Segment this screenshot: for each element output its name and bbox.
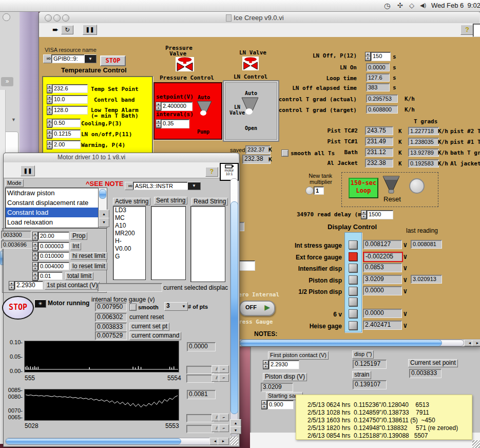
mode-option-withdraw[interactable]: Withdraw piston bbox=[6, 188, 98, 198]
first-contact-field[interactable]: 2.2930 bbox=[14, 281, 43, 290]
current-temp-unit: K bbox=[268, 156, 272, 163]
mode-scroll-thumb[interactable] bbox=[99, 189, 106, 199]
ln-off-stepper[interactable]: ▲▼ bbox=[365, 52, 371, 61]
stop-button[interactable]: STOP bbox=[100, 55, 126, 66]
num-pts-dropdown[interactable]: 3 ▼ bbox=[164, 302, 188, 311]
new-tank-label2: multiplier bbox=[304, 179, 332, 185]
bath-suffix: bath T gr bbox=[450, 150, 480, 156]
g2-cursor-move-button[interactable]: ⌐ bbox=[219, 414, 229, 421]
run-icon[interactable]: ➨ bbox=[52, 25, 59, 34]
menu-clock[interactable]: Wed Feb 6 9:02:04 bbox=[431, 2, 480, 9]
motor-h-scroll-thumb[interactable] bbox=[6, 438, 181, 444]
pump-valve-knob[interactable] bbox=[197, 101, 212, 116]
motor-pause-button[interactable]: ❚❚ bbox=[21, 165, 35, 176]
int-stepper[interactable]: ▲▼ bbox=[32, 242, 38, 251]
warming-field[interactable]: 2.00 bbox=[52, 140, 81, 149]
zero-internal-switch[interactable]: OFF ▶ bbox=[239, 301, 275, 316]
mode-option-load-relax[interactable]: Load relaxation bbox=[6, 217, 98, 227]
total-limit-field[interactable]: 0.01 bbox=[38, 272, 63, 280]
pause-button[interactable]: ❚❚ bbox=[83, 25, 97, 35]
setpoint-field[interactable]: 2.400000 bbox=[161, 102, 193, 111]
motor-v-scroll-thumb[interactable] bbox=[231, 201, 238, 414]
close-button[interactable] bbox=[45, 14, 52, 22]
intensifier-value: 0.0853 bbox=[363, 263, 402, 272]
battery-icon[interactable]: ◇ bbox=[409, 2, 414, 9]
current-command-value: 0.007529 bbox=[95, 331, 127, 340]
ln-elapsed-value: 383 bbox=[366, 83, 390, 91]
ln-off-field[interactable]: 150 bbox=[371, 52, 391, 61]
visa-dropdown-button[interactable]: ▼ bbox=[84, 54, 97, 63]
motor-stop-button[interactable]: STOP bbox=[2, 296, 34, 320]
tank-multiplier-knob[interactable] bbox=[305, 186, 314, 195]
heise-toggle[interactable] bbox=[349, 321, 357, 330]
ln-onoff-field[interactable]: 0.1215 bbox=[52, 129, 81, 138]
cooling-field[interactable]: 0.50 bbox=[52, 119, 81, 127]
motor-scroll-right-button[interactable]: ► bbox=[218, 438, 229, 445]
motor-resize-grip[interactable] bbox=[230, 437, 238, 445]
loop-indicator-button[interactable]: 150-sec Loop bbox=[349, 178, 378, 198]
help-button[interactable]: ? bbox=[460, 25, 474, 35]
starting-sample-field[interactable]: 0.900 bbox=[267, 400, 294, 409]
prop-field[interactable]: 20.00 bbox=[38, 232, 69, 240]
force-gauge-header: internal force gauge (v) bbox=[91, 296, 155, 303]
visa-resource-field[interactable]: GPIB0::9: bbox=[51, 54, 87, 63]
spotlight-icon[interactable]: ✣ bbox=[397, 2, 403, 9]
intensifier-toggle[interactable] bbox=[349, 264, 357, 272]
reset-valve-knob[interactable] bbox=[382, 175, 400, 195]
hi-reset-stepper[interactable]: ▲▼ bbox=[32, 252, 38, 261]
motor-scroll-up-button[interactable]: ▲ bbox=[230, 419, 241, 427]
continuous-run-icon[interactable]: ↻ bbox=[61, 25, 73, 34]
temp-set-point-field[interactable]: 232.6 bbox=[52, 84, 88, 93]
first-contact-stepper[interactable]: ▲▼ bbox=[9, 281, 14, 290]
int-field[interactable]: 0.000003 bbox=[38, 242, 69, 250]
zoom-button[interactable] bbox=[62, 14, 69, 22]
mode-scroll-up-button[interactable]: ▲ bbox=[99, 210, 109, 218]
interval-field[interactable]: 0.35 bbox=[161, 119, 189, 128]
starting-sample-stepper[interactable]: ▲▼ bbox=[261, 400, 267, 409]
smooth-all-ts-checkbox[interactable] bbox=[281, 150, 289, 157]
lo-reset-field[interactable]: 0.004000 bbox=[38, 262, 69, 270]
loop-led-button[interactable] bbox=[409, 178, 425, 194]
g1-cursor-move-button-2[interactable]: ⌐ bbox=[219, 374, 229, 382]
piston-disp-toggle[interactable] bbox=[349, 275, 357, 284]
ice-scroll-right-button[interactable]: ► bbox=[472, 340, 480, 346]
first-piston-contact-field[interactable]: 2.2930 bbox=[268, 360, 299, 369]
mode-option-const-disp[interactable]: Constant displacement rate bbox=[6, 198, 98, 208]
mode-listbox[interactable]: Withdraw piston Constant displacement ra… bbox=[5, 188, 99, 228]
g1-cursor-move-button[interactable]: ⌐ bbox=[219, 365, 229, 373]
int-stress-toggle[interactable] bbox=[349, 240, 357, 249]
volume-icon[interactable]: ◀) bbox=[420, 2, 426, 9]
read-delay-field[interactable]: 1500 bbox=[367, 210, 393, 219]
low-temp-alarm-field[interactable]: 128.0 bbox=[52, 106, 88, 115]
mode-scroll-down-button[interactable]: ▼ bbox=[99, 218, 109, 227]
half-piston-toggle[interactable] bbox=[349, 287, 357, 295]
g2-cursor-move-button-2[interactable]: ⌐ bbox=[219, 424, 229, 432]
ice-h-scroll-thumb[interactable] bbox=[240, 340, 442, 346]
prop-stepper[interactable]: ▲▼ bbox=[32, 232, 38, 241]
control-band-field[interactable]: 10.0 bbox=[52, 95, 88, 104]
clock-icon[interactable]: ◷ bbox=[384, 2, 390, 10]
background-window-button[interactable] bbox=[3, 13, 10, 21]
tank-multiplier-field[interactable]: 1 bbox=[314, 186, 324, 195]
minimize-button[interactable] bbox=[53, 14, 61, 22]
motor-help-button[interactable]: ? bbox=[205, 167, 218, 177]
motor-visa-dropdown-button[interactable]: ▼ bbox=[187, 182, 201, 190]
read-delay-stepper[interactable]: ▲▼ bbox=[361, 210, 367, 219]
lo-reset-stepper[interactable]: ▲▼ bbox=[32, 262, 38, 271]
active-string-item: H- bbox=[113, 237, 145, 245]
motor-scroll-down-button[interactable]: ▼ bbox=[230, 426, 241, 434]
motor-visa-field[interactable]: ASRL3::INSTR bbox=[133, 182, 190, 190]
total-limit-stepper[interactable]: ▲▼ bbox=[32, 272, 38, 281]
hi-reset-field[interactable]: 0.010000 bbox=[38, 252, 69, 260]
six-v-toggle[interactable] bbox=[349, 309, 357, 318]
chevron-badge-icon[interactable]: » bbox=[1, 77, 13, 86]
toolbar-search-box[interactable] bbox=[473, 24, 480, 37]
smooth-checkbox[interactable] bbox=[129, 304, 137, 311]
active-string-list[interactable]: LD3 MC A10 MR200 H- V0.00 G bbox=[113, 206, 146, 280]
first-piston-contact-stepper[interactable]: ▲▼ bbox=[263, 360, 268, 369]
spare-toggle[interactable] bbox=[349, 297, 357, 306]
dropdown-triangle-icon[interactable]: ▼ bbox=[11, 117, 16, 122]
resize-grip[interactable] bbox=[472, 440, 480, 448]
mode-option-const-load[interactable]: Constant load bbox=[6, 208, 98, 217]
ext-force-toggle[interactable] bbox=[349, 252, 357, 261]
